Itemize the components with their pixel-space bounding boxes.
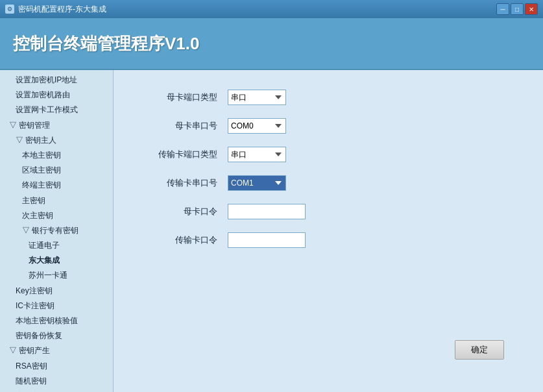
sidebar-item-s2[interactable]: 设置加密机路由 — [0, 88, 113, 103]
select-com-2[interactable]: COM0 COM1 COM2 COM3 — [228, 175, 286, 191]
form-row-2: 母卡串口号 COM0 COM1 COM2 COM3 — [152, 118, 504, 134]
sidebar-item-s12[interactable]: 证通电子 — [0, 238, 113, 253]
input-password-1[interactable] — [228, 204, 306, 219]
app-header: 控制台终端管理程序V1.0 — [0, 18, 543, 70]
close-button[interactable]: ✕ — [525, 3, 538, 15]
label-com-1: 母卡串口号 — [152, 120, 217, 132]
sidebar-item-s4[interactable]: ▽ 密钥管理 — [0, 118, 113, 133]
confirm-button[interactable]: 确定 — [455, 340, 504, 360]
title-bar-text: 密码机配置程序-东大集成 — [18, 4, 106, 15]
form-row-5: 母卡口令 — [152, 204, 504, 219]
form-row-4: 传输卡串口号 COM0 COM1 COM2 COM3 — [152, 175, 504, 191]
form-row-3: 传输卡端口类型 串口 网口 USB — [152, 147, 504, 162]
title-bar: ⚙ 密码机配置程序-东大集成 ─ □ ✕ — [0, 0, 543, 18]
main-content: 设置加密机IP地址设置加密机路由设置网卡工作模式▽ 密钥管理▽ 密钥主人本地主密… — [0, 70, 543, 392]
sidebar-item-s22[interactable]: 变种密钥 — [0, 389, 113, 392]
form-row-6: 传输卡口令 — [152, 232, 504, 248]
maximize-button[interactable]: □ — [511, 3, 524, 15]
sidebar-item-s20[interactable]: RSA密钥 — [0, 359, 113, 374]
sidebar-item-s8[interactable]: 终端主密钥 — [0, 178, 113, 193]
input-password-2[interactable] — [228, 232, 306, 248]
sidebar-item-s18[interactable]: 密钥备份恢复 — [0, 328, 113, 343]
form-row-1: 母卡端口类型 串口 网口 USB — [152, 90, 504, 105]
sidebar-item-s9[interactable]: 主密钥 — [0, 193, 113, 208]
sidebar-item-s15[interactable]: Key注密钥 — [0, 284, 113, 299]
sidebar: 设置加密机IP地址设置加密机路由设置网卡工作模式▽ 密钥管理▽ 密钥主人本地主密… — [0, 70, 114, 392]
sidebar-item-s11[interactable]: ▽ 银行专有密钥 — [0, 223, 113, 238]
minimize-button[interactable]: ─ — [496, 3, 509, 15]
button-row: 确定 — [152, 327, 504, 373]
right-panel: 母卡端口类型 串口 网口 USB 母卡串口号 COM0 COM1 COM2 CO… — [114, 70, 543, 392]
sidebar-item-s7[interactable]: 区域主密钥 — [0, 163, 113, 178]
label-password-1: 母卡口令 — [152, 206, 217, 217]
app-icon: ⚙ — [5, 5, 14, 14]
sidebar-item-s17[interactable]: 本地主密钥核验值 — [0, 313, 113, 328]
sidebar-item-s6[interactable]: 本地主密钥 — [0, 148, 113, 163]
sidebar-item-s21[interactable]: 随机密钥 — [0, 374, 113, 389]
title-bar-left: ⚙ 密码机配置程序-东大集成 — [5, 4, 106, 15]
title-bar-controls: ─ □ ✕ — [496, 3, 538, 15]
sidebar-item-s5[interactable]: ▽ 密钥主人 — [0, 133, 113, 148]
label-port-type-1: 母卡端口类型 — [152, 92, 217, 103]
app-title: 控制台终端管理程序V1.0 — [13, 32, 200, 55]
sidebar-item-s16[interactable]: IC卡注密钥 — [0, 299, 113, 313]
label-port-type-2: 传输卡端口类型 — [152, 149, 217, 160]
select-port-type-1[interactable]: 串口 网口 USB — [228, 90, 286, 105]
label-password-2: 传输卡口令 — [152, 234, 217, 246]
sidebar-scroll[interactable]: 设置加密机IP地址设置加密机路由设置网卡工作模式▽ 密钥管理▽ 密钥主人本地主密… — [0, 70, 113, 392]
sidebar-item-s10[interactable]: 次主密钥 — [0, 208, 113, 223]
sidebar-item-s13[interactable]: 东大集成 — [0, 253, 113, 268]
sidebar-item-s19[interactable]: ▽ 密钥产生 — [0, 343, 113, 358]
sidebar-item-s1[interactable]: 设置加密机IP地址 — [0, 73, 113, 88]
sidebar-item-s3[interactable]: 设置网卡工作模式 — [0, 103, 113, 117]
sidebar-item-s14[interactable]: 苏州一卡通 — [0, 268, 113, 283]
select-port-type-2[interactable]: 串口 网口 USB — [228, 147, 286, 162]
label-com-2: 传输卡串口号 — [152, 177, 217, 189]
select-com-1[interactable]: COM0 COM1 COM2 COM3 — [228, 118, 286, 134]
